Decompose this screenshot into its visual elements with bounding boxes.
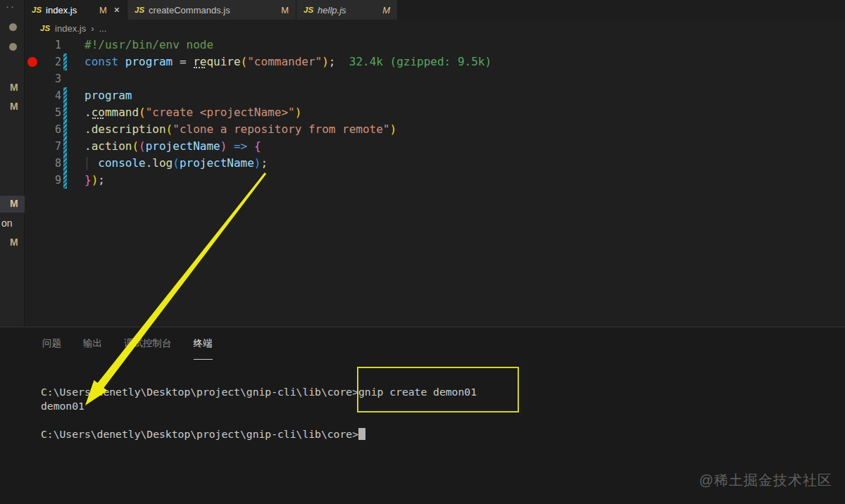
gutter[interactable]: 1 bbox=[25, 37, 84, 53]
code-text: }); bbox=[84, 172, 105, 189]
terminal-cursor bbox=[358, 428, 365, 440]
line-number: 5 bbox=[55, 104, 61, 121]
code-token: ) bbox=[92, 173, 99, 187]
code-token: action bbox=[92, 139, 132, 153]
code-token: "clone a repository from remote" bbox=[173, 122, 389, 136]
code-token: command bbox=[92, 106, 139, 119]
gutter[interactable]: 2 bbox=[25, 53, 84, 70]
breadcrumb-symbol-ellipsis[interactable]: ... bbox=[99, 23, 107, 34]
git-modified-stripe-icon bbox=[63, 138, 67, 155]
code-line-9: 9}); bbox=[25, 172, 845, 189]
terminal-text: demon01 bbox=[41, 400, 84, 412]
panel-tab-调试控制台[interactable]: 调试控制台 bbox=[124, 337, 172, 360]
code-token: 32.4k (gzipped: 9.5k) bbox=[349, 55, 492, 68]
code-text: const program = require("commander"); 32… bbox=[84, 53, 492, 70]
editor-area: JSindex.jsM×JScreateCommands.jsMJShellp.… bbox=[25, 0, 845, 327]
git-status-badge[interactable]: M bbox=[10, 237, 35, 248]
tab-hellp.js[interactable]: JShellp.jsM bbox=[296, 0, 398, 20]
modified-badge: M bbox=[382, 5, 390, 15]
code-text: program bbox=[84, 87, 132, 104]
line-number: 4 bbox=[55, 87, 61, 104]
tab-createCommands.js[interactable]: JScreateCommands.jsM bbox=[127, 0, 296, 20]
gutter[interactable]: 6 bbox=[25, 121, 84, 138]
code-editor[interactable]: 1#!/usr/bin/env node2const program = req… bbox=[25, 37, 845, 189]
tab-label: index.js bbox=[46, 5, 77, 15]
code-token: . bbox=[84, 106, 92, 119]
code-token: ( bbox=[173, 156, 180, 170]
code-token bbox=[227, 139, 234, 153]
panel-tab-bar: 问题输出调试控制台终端 bbox=[0, 327, 845, 360]
modified-dot-icon bbox=[9, 23, 17, 31]
git-modified-stripe-icon bbox=[63, 172, 67, 189]
code-token: const bbox=[84, 55, 118, 68]
git-status-badge[interactable]: M bbox=[10, 198, 35, 209]
gutter[interactable]: 8 bbox=[25, 155, 84, 172]
code-token bbox=[247, 139, 254, 153]
gutter[interactable]: 7 bbox=[25, 138, 84, 155]
git-modified-stripe-icon bbox=[63, 104, 67, 121]
git-modified-stripe-icon bbox=[63, 87, 67, 104]
sidebar-overflow-dots-icon: ·· bbox=[6, 0, 30, 12]
code-line-5: 5.command("create <projectName>") bbox=[25, 104, 845, 121]
panel-tab-输出[interactable]: 输出 bbox=[83, 337, 102, 360]
code-text: .command("create <projectName>") bbox=[84, 104, 301, 121]
code-token: ) bbox=[295, 106, 302, 119]
git-modified-stripe-icon bbox=[63, 121, 67, 138]
breadcrumb[interactable]: JS index.js › ... bbox=[25, 20, 845, 37]
modified-badge: M bbox=[281, 5, 289, 15]
line-number: 7 bbox=[55, 138, 61, 155]
code-token: = bbox=[173, 55, 193, 68]
line-number: 3 bbox=[55, 70, 61, 87]
terminal-line: C:\Users\denetly\Desktop\project\gnip-cl… bbox=[41, 385, 845, 399]
breadcrumb-file[interactable]: index.js bbox=[55, 23, 86, 34]
code-line-8: 8 console.log(projectName); bbox=[25, 155, 845, 172]
sidebar-filename-fragment[interactable]: on bbox=[1, 218, 26, 229]
tab-bar: JSindex.jsM×JScreateCommands.jsMJShellp.… bbox=[25, 0, 845, 20]
close-icon[interactable]: × bbox=[114, 4, 120, 15]
code-token: description bbox=[92, 122, 166, 136]
code-token: program bbox=[84, 89, 132, 102]
terminal-command-highlighted: gnip create demon01 bbox=[358, 386, 477, 398]
code-token: . bbox=[146, 156, 153, 170]
line-number: 2 bbox=[55, 53, 61, 70]
code-token: ) bbox=[390, 122, 397, 136]
breakpoint-dot[interactable] bbox=[27, 57, 37, 67]
modified-dot-icon bbox=[9, 43, 17, 51]
terminal-text: C:\Users\denetly\Desktop\project\gnip-cl… bbox=[41, 386, 358, 398]
tab-index.js[interactable]: JSindex.jsM× bbox=[25, 0, 127, 20]
code-token: "create <projectName>" bbox=[146, 106, 295, 119]
panel-tab-问题[interactable]: 问题 bbox=[42, 337, 61, 360]
code-token: ( bbox=[139, 139, 146, 153]
code-text: console.log(projectName); bbox=[84, 155, 268, 172]
terminal-text: C:\Users\denetly\Desktop\project\gnip-cl… bbox=[41, 428, 358, 440]
code-token: ( bbox=[241, 55, 248, 68]
code-token: projectName bbox=[180, 156, 254, 170]
js-file-icon: JS bbox=[303, 6, 313, 14]
code-token: ( bbox=[132, 139, 139, 153]
js-file-icon: JS bbox=[32, 6, 42, 14]
git-modified-stripe-icon bbox=[63, 155, 67, 172]
code-token: ; bbox=[261, 156, 268, 170]
tab-label: createCommands.js bbox=[149, 5, 230, 15]
terminal[interactable]: C:\Users\denetly\Desktop\project\gnip-cl… bbox=[41, 385, 845, 441]
git-status-badge[interactable]: M bbox=[10, 101, 35, 112]
code-line-3: 3 bbox=[25, 70, 845, 87]
code-token: ) bbox=[220, 139, 227, 153]
code-token bbox=[335, 55, 349, 68]
line-number: 8 bbox=[55, 155, 61, 172]
panel-tab-终端[interactable]: 终端 bbox=[194, 337, 213, 360]
code-token: ) bbox=[254, 156, 261, 170]
code-token: console bbox=[98, 156, 145, 170]
indent-guide bbox=[87, 157, 87, 170]
explorer-sidebar-sliver: ·· MMMonM bbox=[0, 0, 25, 327]
code-token: { bbox=[254, 139, 261, 153]
code-line-1: 1#!/usr/bin/env node bbox=[25, 37, 845, 53]
code-token: #!/usr/bin/env node bbox=[84, 38, 213, 51]
code-token: . bbox=[84, 139, 92, 153]
code-line-6: 6.description("clone a repository from r… bbox=[25, 121, 845, 138]
git-status-badge[interactable]: M bbox=[10, 82, 35, 93]
code-token: => bbox=[234, 139, 247, 153]
gutter[interactable]: 9 bbox=[25, 172, 84, 189]
tab-label: hellp.js bbox=[318, 5, 346, 15]
code-line-2: 2const program = require("commander"); 3… bbox=[25, 53, 845, 70]
